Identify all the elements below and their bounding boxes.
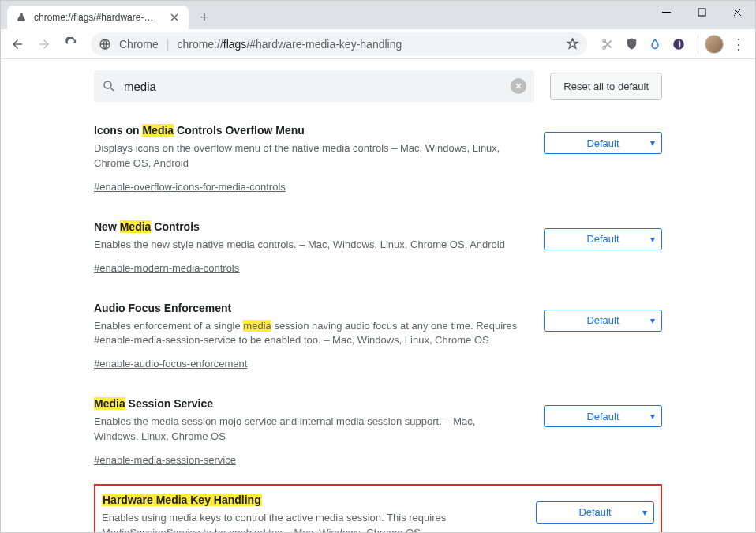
flag-description: Enables using media keys to control the …: [102, 511, 512, 533]
flag-state-select[interactable]: Default: [544, 132, 662, 154]
flag-item: Icons on Media Controls Overflow MenuDis…: [94, 118, 662, 214]
page-content: Reset all to default Icons on Media Cont…: [1, 59, 755, 533]
flag-state-select[interactable]: Default: [536, 501, 654, 524]
window-maximize-icon[interactable]: [684, 1, 720, 23]
drop-icon[interactable]: [647, 36, 663, 52]
flag-title: New Media Controls: [94, 220, 520, 233]
window-titlebar: chrome://flags/#hardware-media +: [1, 1, 755, 29]
omnibox-label: Chrome: [119, 38, 159, 51]
circle-icon[interactable]: [671, 36, 687, 52]
flag-anchor-link[interactable]: #enable-media-session-service: [94, 454, 236, 466]
flag-item: Media Session ServiceEnables the media s…: [94, 391, 662, 487]
flag-anchor-link[interactable]: #enable-overflow-icons-for-media-control…: [94, 181, 286, 193]
flag-description: Enables the new style native media contr…: [94, 238, 520, 253]
flag-state-select[interactable]: Default: [544, 405, 662, 427]
menu-button[interactable]: ⋮: [727, 32, 750, 56]
reload-button[interactable]: [59, 32, 83, 56]
omnibox-url: chrome://flags/#hardware-media-key-handl…: [177, 38, 402, 51]
flask-icon: [15, 11, 28, 24]
extension-divider: [698, 35, 698, 54]
extension-icons: [595, 36, 691, 52]
flag-item: Hardware Media Key HandlingEnables using…: [94, 484, 662, 533]
flags-search-input[interactable]: [124, 80, 511, 93]
back-button[interactable]: [6, 32, 29, 56]
flag-title: Icons on Media Controls Overflow Menu: [94, 124, 520, 137]
flag-state-select[interactable]: Default: [544, 310, 662, 332]
flag-anchor-link[interactable]: #enable-audio-focus-enforcement: [94, 358, 247, 370]
flag-description: Enables the media session mojo service a…: [94, 415, 520, 445]
profile-avatar[interactable]: [705, 35, 724, 54]
flags-search-box[interactable]: [94, 70, 534, 102]
tab-title: chrome://flags/#hardware-media: [34, 12, 160, 23]
browser-tab[interactable]: chrome://flags/#hardware-media: [7, 6, 189, 29]
tab-close-icon[interactable]: [168, 11, 181, 24]
svg-rect-0: [698, 9, 705, 16]
flag-item: Audio Focus EnforcementEnables enforceme…: [94, 295, 662, 392]
forward-button[interactable]: [32, 32, 56, 56]
reset-all-button[interactable]: Reset all to default: [550, 73, 662, 100]
svg-point-4: [673, 39, 684, 50]
flag-description: Enables enforcement of a single media se…: [94, 319, 520, 349]
window-controls: [649, 1, 755, 23]
browser-toolbar: Chrome | chrome://flags/#hardware-media-…: [1, 29, 755, 59]
svg-point-5: [104, 81, 111, 88]
shield-icon[interactable]: [623, 36, 639, 52]
window-minimize-icon[interactable]: [649, 1, 684, 23]
new-tab-button[interactable]: +: [193, 6, 215, 28]
flag-title: Hardware Media Key Handling: [102, 494, 512, 506]
bookmark-star-icon[interactable]: [566, 37, 579, 51]
flag-item: New Media ControlsEnables the new style …: [94, 214, 662, 295]
site-info-icon[interactable]: [99, 38, 111, 51]
flag-description: Displays icons on the overflow menu of t…: [94, 141, 520, 171]
flag-state-select[interactable]: Default: [544, 228, 662, 250]
address-bar[interactable]: Chrome | chrome://flags/#hardware-media-…: [91, 32, 587, 56]
flag-anchor-link[interactable]: #enable-modern-media-controls: [94, 262, 239, 274]
window-close-icon[interactable]: [720, 1, 755, 23]
flag-title: Media Session Service: [94, 397, 520, 410]
clear-search-icon[interactable]: [511, 78, 526, 94]
flag-title: Audio Focus Enforcement: [94, 302, 520, 314]
search-icon: [102, 79, 116, 93]
scissors-icon[interactable]: [600, 36, 616, 52]
